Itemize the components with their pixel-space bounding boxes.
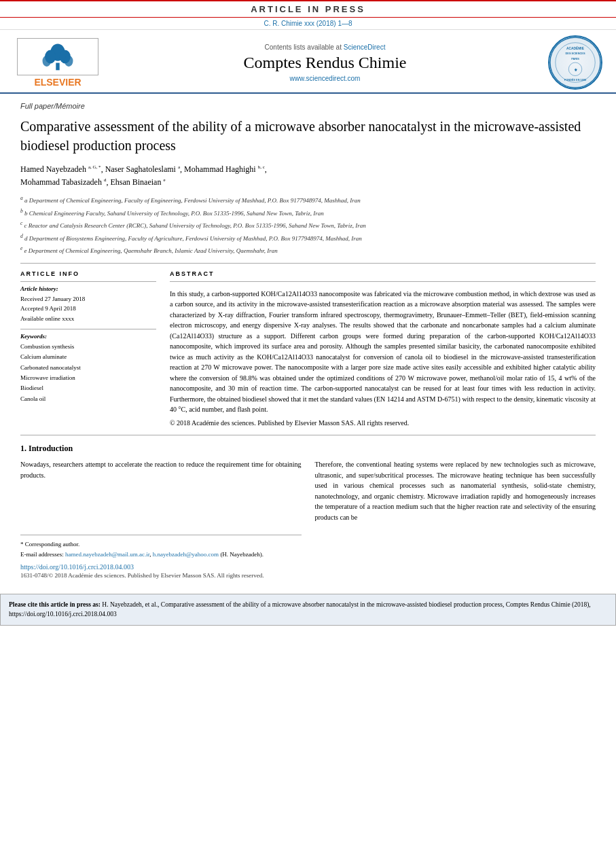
journal-url[interactable]: www.sciencedirect.com — [102, 75, 548, 82]
keyword-4: Microwave irradiation — [20, 373, 156, 383]
paper-type: Full paper/Mémoire — [20, 102, 596, 110]
affil-a: a a Department of Chemical Engineering, … — [20, 194, 596, 206]
academy-logo: ACADÉMIE DES SCIENCES PARIS ⚜ FONDÉE EN … — [548, 35, 602, 90]
abstract-header: ABSTRACT — [170, 270, 596, 277]
intro-left-col: Nowadays, researchers attempt to acceler… — [20, 459, 302, 559]
intro-heading: 1. Introduction — [20, 444, 596, 454]
citation-box: Please cite this article in press as: H.… — [0, 594, 616, 626]
email-name: (H. Nayebzadeh). — [220, 551, 264, 558]
affiliations: a a Department of Chemical Engineering, … — [20, 194, 596, 256]
journal-center: Contents lists available at ScienceDirec… — [102, 43, 548, 82]
keyword-1: Combustion synthesis — [20, 342, 156, 352]
abstract-copyright: © 2018 Académie des sciences. Published … — [170, 418, 596, 429]
citation-label: Please cite this article in press as: — [9, 601, 101, 608]
svg-text:ACADÉMIE: ACADÉMIE — [566, 45, 585, 50]
abstract-divider — [170, 281, 596, 282]
corresponding-note: * Corresponding author. — [20, 539, 302, 549]
article-info-abstract-section: ARTICLE INFO Article history: Received 2… — [20, 270, 596, 429]
doi-copyright: 1631-0748/© 2018 Académie des sciences. … — [20, 572, 596, 579]
svg-point-5 — [65, 55, 73, 66]
keyword-5: Biodiesel — [20, 383, 156, 393]
intro-right-text: Therefore, the conventional heating syst… — [315, 459, 596, 522]
journal-ref-line: C. R. Chimie xxx (2018) 1—8 — [0, 18, 616, 30]
article-in-press-banner: ARTICLE IN PRESS — [0, 0, 616, 18]
abstract-text: In this study, a carbon-supported KOH/Ca… — [170, 289, 596, 415]
intro-body: Nowadays, researchers attempt to acceler… — [20, 459, 596, 559]
keyword-6: Canola oil — [20, 394, 156, 404]
svg-text:DES SCIENCES: DES SCIENCES — [566, 52, 585, 55]
keyword-2: Calcium aluminate — [20, 352, 156, 362]
introduction-section: 1. Introduction Nowadays, researchers at… — [20, 444, 596, 559]
main-content: Full paper/Mémoire Comparative assessmen… — [0, 94, 616, 587]
academy-logo-text: ACADÉMIE DES SCIENCES PARIS ⚜ FONDÉE EN … — [548, 35, 602, 90]
keywords-list: Combustion synthesis Calcium aluminate C… — [20, 342, 156, 404]
history-section: Article history: Received 27 January 201… — [20, 281, 156, 323]
svg-rect-0 — [56, 62, 59, 70]
article-info-col: ARTICLE INFO Article history: Received 2… — [20, 270, 156, 429]
affil-e: e e Department of Chemical Engineering, … — [20, 245, 596, 256]
elsevier-logo-box — [17, 38, 98, 75]
elsevier-tree-icon — [37, 41, 78, 72]
abstract-col: ABSTRACT In this study, a carbon-support… — [170, 270, 596, 429]
sciencedirect-line: Contents lists available at ScienceDirec… — [102, 43, 548, 51]
received-date: Received 27 January 2018 — [20, 294, 156, 304]
email-link-1[interactable]: hamed.nayebzadeh@mail.um.ac.ir — [65, 551, 149, 558]
affil-c: c c Reactor and Catalysis Research Cente… — [20, 219, 596, 231]
intro-right-col: Therefore, the conventional heating syst… — [315, 459, 596, 559]
footnote-section: * Corresponding author. E-mail addresses… — [20, 535, 302, 559]
doi-link[interactable]: https://doi.org/10.1016/j.crci.2018.04.0… — [20, 563, 596, 571]
elsevier-brand-text: ELSEVIER — [34, 77, 81, 88]
article-info-header: ARTICLE INFO — [20, 270, 156, 277]
sciencedirect-link[interactable]: ScienceDirect — [344, 43, 386, 51]
intro-left-text: Nowadays, researchers attempt to acceler… — [20, 459, 302, 480]
history-label: Article history: — [20, 285, 156, 292]
svg-text:FONDÉE EN 1666: FONDÉE EN 1666 — [564, 78, 587, 82]
divider-1 — [20, 263, 596, 264]
affil-b: b b Chemical Engineering Faculty, Sahand… — [20, 207, 596, 219]
affil-d: d d Department of Biosystems Engineering… — [20, 232, 596, 244]
authors-line: Hamed Nayebzadeh a, G, *, Naser Saghatol… — [20, 163, 596, 189]
svg-text:⚜: ⚜ — [574, 67, 577, 71]
journal-header: ELSEVIER Contents lists available at Sci… — [0, 30, 616, 94]
sciencedirect-label: Contents lists available at — [265, 43, 342, 51]
keywords-section: Keywords: Combustion synthesis Calcium a… — [20, 329, 156, 404]
keywords-label: Keywords: — [20, 333, 156, 340]
journal-title: Comptes Rendus Chimie — [102, 54, 548, 72]
paper-title: Comparative assessment of the ability of… — [20, 117, 596, 155]
divider-2 — [20, 435, 596, 435]
svg-point-4 — [43, 55, 52, 66]
email-link-2[interactable]: h.nayebzadeh@yahoo.com — [153, 551, 219, 558]
available-date: Available online xxxx — [20, 314, 156, 323]
elsevier-logo: ELSEVIER — [14, 38, 102, 88]
email-note: E-mail addresses: hamed.nayebzadeh@mail.… — [20, 550, 302, 559]
accepted-date: Accepted 9 April 2018 — [20, 304, 156, 313]
svg-text:PARIS: PARIS — [571, 57, 579, 60]
keyword-3: Carbonated nanocatalyst — [20, 363, 156, 373]
